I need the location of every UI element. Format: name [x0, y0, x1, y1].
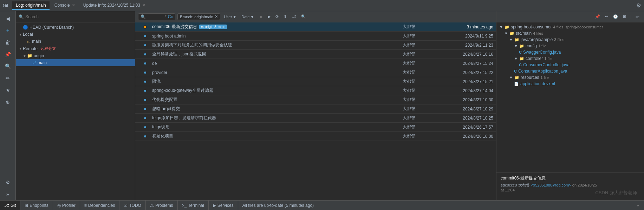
tab-bar: Git Log: origin/main Console ✕ Update In…	[0, 0, 644, 11]
file-tree-item[interactable]: CConsumerController.java	[496, 62, 644, 68]
log-search-btn[interactable]: 🔍	[300, 14, 307, 20]
right-sort-btn[interactable]: ≡↕	[634, 14, 641, 20]
settings-gear-icon[interactable]: ⚙	[636, 2, 641, 8]
tree-item-origin[interactable]: ▼ 📁 origin	[16, 52, 135, 59]
branch-close-icon[interactable]: ✕	[215, 14, 218, 19]
tab-console[interactable]: Console ✕	[51, 1, 78, 10]
commit-log-panel: 🔍 * Cc Branch: origin/main ✕ User ▼ Date…	[135, 11, 496, 200]
tree-item-local[interactable]: ▼ Local	[16, 31, 135, 38]
user-filter-btn[interactable]: User ▼	[222, 14, 238, 20]
tree-item-main-remote[interactable]: ⎇ main	[16, 59, 135, 66]
file-tree: ▼📁spring-boot-consumer4 filesspring-boot…	[496, 22, 644, 172]
bottom-tab-profiler[interactable]: ◎Profiler	[53, 201, 80, 210]
services-tab-icon: ▶	[213, 203, 216, 208]
file-tree-item[interactable]: ▼📁resources1 file	[496, 74, 644, 81]
commit-date: 2024/8/27 10:25	[430, 116, 493, 121]
play-btn[interactable]: ▶	[266, 14, 272, 20]
right-clock-btn[interactable]: 🕐	[612, 14, 619, 20]
nav-add-icon[interactable]: ＋	[1, 25, 14, 36]
branch-icon: ⎇	[31, 60, 36, 65]
nav-more-icon[interactable]: »	[1, 189, 14, 199]
tree-item-remote[interactable]: ▼ Remote 远程分支	[16, 45, 135, 52]
commit-row[interactable]: spring-cloud-gateway全局过滤器大都督2024/8/27 14…	[135, 86, 496, 95]
origin-toggle[interactable]: ▼	[23, 54, 26, 58]
file-tree-item[interactable]: ▼📁java/org/example3 files	[496, 36, 644, 43]
commit-row[interactable]: 忽略target提交大都督2024/8/27 10:29	[135, 104, 496, 114]
file-tree-item[interactable]: CConsumerApplication.java	[496, 68, 644, 74]
toolbar-more-icon[interactable]: »	[258, 14, 264, 19]
commit-row[interactable]: 优化提交配置大都督2024/8/27 10:30	[135, 95, 496, 104]
commit-row[interactable]: 初始化项目大都督2024/8/26 16:00	[135, 132, 496, 141]
tab-update-info[interactable]: Update Info: 2024/10/25 11:03 ✕	[80, 1, 149, 10]
bottom-tab-git[interactable]: ⎇Git	[0, 201, 20, 210]
tree-item-head[interactable]: 🔵 HEAD (Current Branch)	[16, 24, 135, 31]
tree-search-input[interactable]	[25, 14, 132, 19]
nav-star-icon[interactable]: ★	[1, 85, 14, 95]
file-tree-item[interactable]: 📄application.devxml	[496, 81, 644, 87]
push-btn[interactable]: ⬆	[282, 14, 288, 20]
git-tree-search-bar: 🔍	[16, 11, 135, 22]
commit-dot	[138, 107, 152, 111]
nav-back-icon[interactable]: ◀	[1, 13, 14, 24]
bottom-tab-problems[interactable]: ⚠Problems	[146, 201, 178, 210]
right-panel: 📌 ↩ 🕐 ⊞ | ≡↕ ▼📁spring-boot-consumer4 fil…	[496, 11, 644, 200]
remote-toggle[interactable]: ▼	[19, 47, 22, 50]
remote-label: 远程分支	[40, 46, 56, 51]
commit-subject: 微服务架构下对服务之间的调用做安全认证	[152, 42, 388, 48]
commit-row[interactable]: 微服务架构下对服务之间的调用做安全认证大都督2024/9/2 11:23	[135, 41, 496, 50]
right-undo-btn[interactable]: ↩	[604, 14, 610, 20]
branch-tag: ≫ origin & main	[199, 25, 227, 29]
nav-delete-icon[interactable]: 🗑	[1, 37, 14, 48]
file-tree-item[interactable]: CSwaggerConfig.java	[496, 49, 644, 55]
commit-subject: 优化提交配置	[152, 97, 388, 103]
right-pin-btn[interactable]: 📌	[594, 14, 601, 20]
nav-search-icon[interactable]: 🔍	[1, 61, 14, 72]
git-tree-panel: 🔍 🔵 HEAD (Current Branch) ▼ Local 🏷 main	[16, 11, 135, 200]
local-toggle[interactable]: ▼	[19, 33, 22, 36]
file-tree-item[interactable]: ▼📁src/main4 files	[496, 30, 644, 36]
file-tree-root[interactable]: ▼📁spring-boot-consumer4 filesspring-boot…	[496, 24, 644, 30]
commit-subject: spring-cloud-gateway全局过滤器	[152, 88, 388, 94]
bottom-tab-todo[interactable]: ☑TODO	[119, 201, 145, 210]
commit-row[interactable]: provider大都督2024/8/27 15:22	[135, 68, 496, 77]
tab-log[interactable]: Log: origin/main	[12, 1, 49, 10]
commit-row[interactable]: feign添加日志、发送请求前拦截器大都督2024/8/27 10:25	[135, 114, 496, 123]
bottom-tab-dependencies[interactable]: ≡Dependencies	[80, 201, 120, 210]
commit-row[interactable]: commit06-最新提交信息≫ origin & main大都督3 minut…	[135, 22, 496, 32]
branch-selector[interactable]: Branch: origin/main ✕	[177, 13, 220, 20]
commit-search-input[interactable]	[146, 15, 163, 19]
bottom-tab-services[interactable]: ▶Services	[209, 201, 238, 210]
git-tab-icon: ⎇	[4, 203, 9, 208]
todo-tab-icon: ☑	[124, 203, 128, 208]
close-console-icon[interactable]: ✕	[72, 3, 75, 7]
commit-row[interactable]: 全局异常处理，json格式返回大都督2024/8/27 16:16	[135, 50, 496, 59]
commit-row[interactable]: feign调用大都督2024/8/26 17:57	[135, 123, 496, 132]
bottom-more-icon[interactable]: »	[635, 203, 641, 208]
nav-pin-icon[interactable]: 📌	[1, 49, 14, 60]
commit-subject: feign添加日志、发送请求前拦截器	[152, 115, 388, 121]
commit-date: 2024/8/27 15:22	[430, 70, 493, 75]
cc-label[interactable]: Cc	[168, 14, 173, 19]
date-filter-btn[interactable]: Date ▼	[240, 14, 255, 20]
push-icon: ⬆	[284, 14, 287, 19]
refresh-btn[interactable]: ⟳	[274, 14, 280, 20]
file-tree-item[interactable]: ▼📁config1 file	[496, 43, 644, 49]
date-dropdown-icon: ▼	[251, 15, 254, 19]
commit-row[interactable]: 限流大都督2024/8/27 15:21	[135, 77, 496, 86]
commit-row[interactable]: spring boot admin大都督2024/9/11 9:25	[135, 32, 496, 41]
nav-circle-add-icon[interactable]: ⊕	[1, 97, 14, 107]
bottom-tab-terminal[interactable]: >_Terminal	[178, 201, 209, 210]
watermark: CSDN @大都督老师	[595, 190, 637, 196]
close-update-icon[interactable]: ✕	[142, 3, 145, 7]
nav-edit-icon[interactable]: ✏	[1, 73, 14, 83]
git-label: Git	[3, 3, 8, 8]
java-file-icon: C	[519, 50, 522, 54]
folder-icon: 📁	[514, 75, 519, 80]
commit-row[interactable]: de大都督2024/8/27 15:24	[135, 59, 496, 68]
tree-item-main-local[interactable]: 🏷 main	[16, 38, 135, 45]
branch-action-btn[interactable]: ⎇	[290, 14, 298, 20]
right-layout-btn[interactable]: ⊞	[622, 14, 627, 20]
nav-settings-icon[interactable]: ⚙	[1, 177, 14, 188]
file-tree-item[interactable]: ▼📁controller1 file	[496, 55, 644, 62]
bottom-tab-endpoints[interactable]: ⊞Endpoints	[20, 201, 53, 210]
